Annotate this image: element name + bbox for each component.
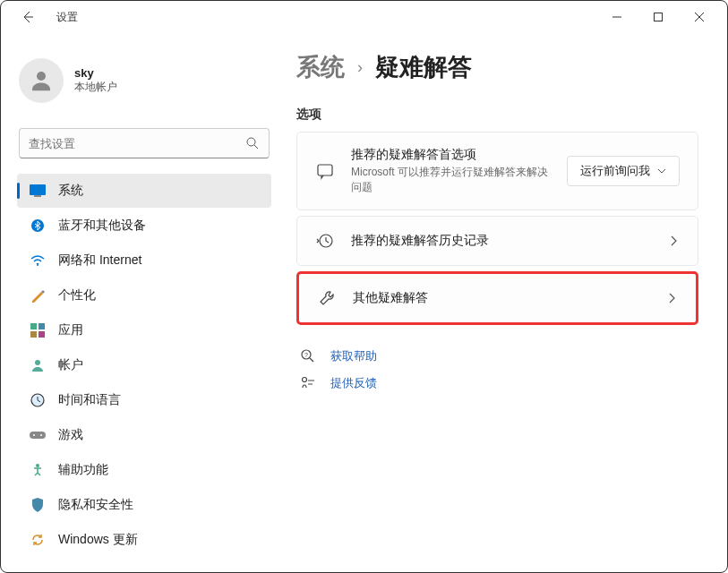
help-links: ? 获取帮助 提供反馈 bbox=[296, 343, 698, 397]
card-title: 其他疑难解答 bbox=[353, 290, 649, 306]
chat-icon bbox=[315, 161, 335, 181]
svg-point-5 bbox=[247, 138, 255, 146]
sidebar-item-time[interactable]: 时间和语言 bbox=[17, 383, 271, 417]
apps-icon bbox=[30, 322, 46, 338]
svg-rect-13 bbox=[30, 331, 37, 338]
search-icon bbox=[245, 136, 260, 150]
user-type: 本地帐户 bbox=[74, 80, 117, 95]
svg-text:?: ? bbox=[304, 352, 308, 358]
card-title: 推荐的疑难解答历史记录 bbox=[351, 233, 651, 249]
user-name: sky bbox=[74, 66, 117, 80]
accounts-icon bbox=[30, 357, 46, 373]
card-other-troubleshooters[interactable]: 其他疑难解答 bbox=[296, 271, 698, 325]
help-icon: ? bbox=[300, 348, 316, 364]
svg-rect-17 bbox=[30, 432, 46, 439]
sidebar: sky 本地帐户 系统 蓝牙和其他设备 网络和 Internet bbox=[1, 33, 287, 572]
card-recommended-prefs: 推荐的疑难解答首选项 Microsoft 可以推荐并运行疑难解答来解决问题 运行… bbox=[296, 132, 698, 210]
minimize-button[interactable] bbox=[596, 4, 638, 30]
wrench-icon bbox=[317, 288, 337, 308]
sidebar-item-update[interactable]: Windows 更新 bbox=[17, 523, 271, 557]
svg-point-25 bbox=[303, 378, 307, 382]
svg-rect-7 bbox=[30, 184, 46, 195]
sidebar-item-label: Windows 更新 bbox=[58, 532, 138, 548]
titlebar: 设置 bbox=[1, 1, 727, 33]
sidebar-item-label: 帐户 bbox=[58, 357, 83, 373]
sidebar-item-gaming[interactable]: 游戏 bbox=[17, 418, 271, 452]
page-title: 疑难解答 bbox=[375, 51, 472, 83]
svg-point-19 bbox=[40, 434, 42, 436]
card-subtitle: Microsoft 可以推荐并运行疑难解答来解决问题 bbox=[351, 165, 551, 195]
app-title: 设置 bbox=[56, 10, 78, 25]
sidebar-item-label: 游戏 bbox=[58, 427, 83, 443]
sidebar-item-label: 隐私和安全性 bbox=[58, 497, 133, 513]
avatar bbox=[19, 58, 64, 103]
time-icon bbox=[30, 392, 46, 408]
svg-point-18 bbox=[33, 434, 35, 436]
dropdown-label: 运行前询问我 bbox=[580, 163, 650, 179]
system-icon bbox=[30, 183, 46, 199]
get-help-link[interactable]: ? 获取帮助 bbox=[296, 343, 698, 370]
back-button[interactable] bbox=[15, 4, 40, 30]
card-history[interactable]: 推荐的疑难解答历史记录 bbox=[296, 216, 698, 266]
maximize-button[interactable] bbox=[638, 4, 679, 30]
history-icon bbox=[315, 231, 335, 251]
breadcrumb-parent[interactable]: 系统 bbox=[296, 51, 345, 83]
chevron-right-icon bbox=[665, 293, 678, 304]
sidebar-item-personalize[interactable]: 个性化 bbox=[17, 278, 271, 312]
gaming-icon bbox=[30, 427, 46, 443]
sidebar-item-label: 网络和 Internet bbox=[58, 252, 141, 269]
recommended-dropdown[interactable]: 运行前询问我 bbox=[567, 156, 680, 186]
feedback-icon bbox=[300, 375, 316, 391]
main-content: 系统 › 疑难解答 选项 推荐的疑难解答首选项 Microsoft 可以推荐并运… bbox=[287, 33, 727, 572]
privacy-icon bbox=[30, 497, 46, 513]
svg-rect-8 bbox=[34, 195, 41, 197]
sidebar-item-accounts[interactable]: 帐户 bbox=[17, 348, 271, 382]
search-box[interactable] bbox=[19, 128, 270, 158]
network-icon bbox=[30, 252, 46, 269]
sidebar-item-network[interactable]: 网络和 Internet bbox=[17, 244, 271, 278]
svg-rect-21 bbox=[318, 165, 332, 175]
sidebar-item-privacy[interactable]: 隐私和安全性 bbox=[17, 488, 271, 522]
svg-rect-1 bbox=[655, 13, 663, 21]
svg-point-4 bbox=[37, 72, 46, 81]
chevron-down-icon bbox=[657, 168, 666, 174]
help-link-label: 提供反馈 bbox=[330, 375, 377, 391]
window-controls bbox=[596, 4, 720, 30]
svg-rect-11 bbox=[30, 323, 37, 329]
close-button[interactable] bbox=[679, 4, 720, 30]
svg-rect-14 bbox=[39, 331, 45, 338]
svg-rect-12 bbox=[39, 323, 45, 329]
sidebar-item-system[interactable]: 系统 bbox=[17, 174, 271, 208]
sidebar-item-label: 辅助功能 bbox=[58, 462, 108, 478]
sidebar-item-apps[interactable]: 应用 bbox=[17, 313, 271, 347]
accessibility-icon bbox=[30, 462, 46, 478]
sidebar-item-bluetooth[interactable]: 蓝牙和其他设备 bbox=[17, 209, 271, 243]
sidebar-item-label: 蓝牙和其他设备 bbox=[58, 218, 146, 234]
svg-point-15 bbox=[35, 360, 40, 365]
breadcrumb: 系统 › 疑难解答 bbox=[296, 51, 698, 83]
feedback-link[interactable]: 提供反馈 bbox=[296, 370, 698, 397]
svg-line-6 bbox=[254, 145, 258, 149]
sidebar-item-accessibility[interactable]: 辅助功能 bbox=[17, 453, 271, 487]
chevron-right-icon bbox=[667, 235, 680, 246]
card-title: 推荐的疑难解答首选项 bbox=[351, 147, 551, 163]
user-section[interactable]: sky 本地帐户 bbox=[12, 44, 277, 117]
section-label: 选项 bbox=[296, 107, 698, 123]
svg-point-10 bbox=[37, 264, 39, 266]
svg-point-20 bbox=[36, 464, 39, 467]
chevron-right-icon: › bbox=[357, 58, 363, 77]
update-icon bbox=[30, 532, 46, 548]
personalize-icon bbox=[30, 287, 46, 304]
search-input[interactable] bbox=[29, 137, 245, 150]
bluetooth-icon bbox=[30, 218, 46, 234]
nav-list: 系统 蓝牙和其他设备 网络和 Internet 个性化 应用 帐户 bbox=[12, 173, 277, 572]
sidebar-item-label: 系统 bbox=[58, 183, 83, 199]
sidebar-item-label: 时间和语言 bbox=[58, 392, 121, 408]
help-link-label: 获取帮助 bbox=[330, 348, 377, 364]
sidebar-item-label: 个性化 bbox=[58, 287, 96, 304]
sidebar-item-label: 应用 bbox=[58, 322, 83, 338]
